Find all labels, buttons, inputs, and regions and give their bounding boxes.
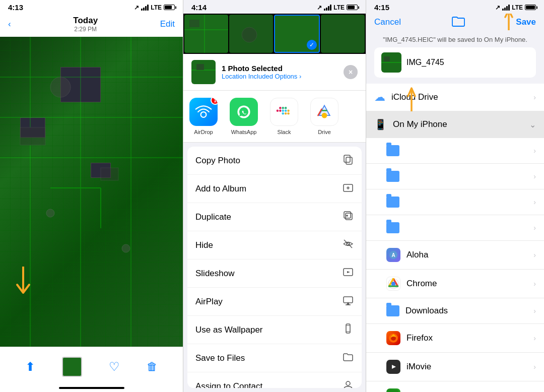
back-button-p1[interactable]: ‹ <box>8 19 11 29</box>
aloha-icon-svg: A <box>389 250 398 259</box>
app-whatsapp[interactable]: WhatsApp <box>224 98 264 135</box>
action-airplay[interactable]: AirPlay <box>187 288 362 316</box>
imovie-label: iMovie <box>406 362 527 372</box>
loc-firefox[interactable]: Firefox › <box>366 324 544 353</box>
app-slack[interactable]: Slack <box>264 98 304 135</box>
loc-downloads[interactable]: Downloads › <box>366 298 544 324</box>
battery-p2 <box>347 5 358 10</box>
bottom-bar-p1: ⬆ ♡ 🗑 <box>0 347 183 392</box>
chevron-right-imovie: › <box>533 363 536 371</box>
numbers-icon <box>386 388 400 392</box>
time-p1: 4:13 <box>8 3 23 12</box>
options-link[interactable]: Options › <box>275 73 302 80</box>
nav-bar-p1: ‹ Today 2:29 PM Edit <box>0 14 183 37</box>
folder-icon-2 <box>386 171 399 182</box>
photo-strip: ✓ <box>183 14 366 54</box>
loc-icloud-drive[interactable]: ☁ iCloud Drive › <box>366 84 544 111</box>
chevron-right-icon: › <box>533 93 536 101</box>
action-duplicate[interactable]: Duplicate <box>187 203 362 231</box>
slideshow-label: Slideshow <box>195 269 235 279</box>
app-airdrop[interactable]: 1 AirDrop <box>183 98 224 135</box>
loc-imovie[interactable]: iMovie › <box>366 353 544 381</box>
file-name-text: IMG_4745 <box>406 58 444 67</box>
chevron-right-firefox: › <box>533 334 536 342</box>
chevron-right-f4: › <box>533 224 536 232</box>
duplicate-icon <box>343 210 354 224</box>
imovie-icon-svg <box>388 361 399 372</box>
lte-label-p2: LTE <box>333 4 345 11</box>
iphone-arrow-annotation <box>406 84 417 113</box>
svg-point-17 <box>242 27 257 42</box>
app-drive[interactable]: Drive <box>304 98 345 135</box>
like-button-p1[interactable]: ♡ <box>109 360 120 374</box>
files-nav: Cancel Save <box>366 14 544 34</box>
location-icon-p3: ↗ <box>495 4 500 11</box>
chevron-right-downloads: › <box>533 307 536 315</box>
chevron-right-aloha: › <box>533 251 536 259</box>
imovie-icon <box>386 360 400 374</box>
loc-on-my-iphone[interactable]: 📱 On My iPhone ⌄ <box>366 111 544 138</box>
action-save-to-files[interactable]: Save to Files <box>187 344 362 372</box>
expand-chevron: ⌄ <box>529 120 536 129</box>
location-included-text: Location Included <box>222 73 273 80</box>
file-name-area[interactable]: IMG_4745 <box>374 47 536 78</box>
location-icon-p1: ↗ <box>134 4 139 11</box>
loc-folder-4[interactable]: › <box>366 215 544 241</box>
drive-svg <box>315 103 333 121</box>
app-row: 1 AirDrop WhatsApp <box>183 91 366 143</box>
status-icons-p2: ↗ LTE <box>317 4 358 11</box>
svg-point-12 <box>122 244 130 252</box>
strip-circuit-2 <box>229 15 273 53</box>
loc-folder-3[interactable]: › <box>366 189 544 215</box>
lte-label-p1: LTE <box>151 4 162 11</box>
svg-marker-51 <box>347 302 350 305</box>
phone-icon: 📱 <box>374 118 387 130</box>
lte-label-p3: LTE <box>512 4 523 11</box>
strip-photo-2 <box>229 15 273 53</box>
file-thumb-svg <box>381 52 401 73</box>
cancel-button[interactable]: Cancel <box>374 17 401 27</box>
loc-chrome[interactable]: Chrome › <box>366 270 544 298</box>
svg-rect-27 <box>282 112 285 115</box>
on-my-iphone-label: On My iPhone <box>393 119 523 129</box>
edit-button-p1[interactable]: Edit <box>160 19 175 29</box>
whatsapp-svg <box>235 103 253 121</box>
save-button[interactable]: Save <box>516 17 536 27</box>
slack-svg <box>275 103 293 121</box>
firefox-icon <box>386 331 400 345</box>
loc-numbers[interactable]: Numbers › <box>366 381 544 392</box>
svg-point-6 <box>50 77 71 97</box>
chevron-right-f2: › <box>533 172 536 180</box>
share-button-p1[interactable]: ⬆ <box>25 360 35 374</box>
chrome-icon-svg <box>388 278 399 289</box>
status-bar-p3: 4:15 ↗ LTE <box>366 0 544 14</box>
share-thumb-svg <box>191 60 216 84</box>
chevron-right-f1: › <box>533 147 536 155</box>
loc-folder-2[interactable]: › <box>366 164 544 189</box>
icloud-icon: ☁ <box>374 91 385 104</box>
loc-aloha[interactable]: A Aloha › <box>366 241 544 270</box>
action-slideshow[interactable]: Slideshow <box>187 259 362 288</box>
action-assign-to-contact[interactable]: Assign to Contact <box>187 372 362 388</box>
save-to-files-icon <box>343 351 354 365</box>
circuit-lines-svg <box>0 37 183 347</box>
share-info: 1 Photo Selected Location Included Optio… <box>222 64 337 80</box>
time-p2: 4:14 <box>191 3 207 12</box>
downloads-folder-icon <box>386 305 399 316</box>
svg-rect-31 <box>282 107 285 109</box>
share-thumb <box>191 60 216 84</box>
action-hide[interactable]: Hide <box>187 231 362 259</box>
svg-rect-75 <box>388 390 399 392</box>
duplicate-icon-svg <box>343 210 354 221</box>
action-copy-photo[interactable]: Copy Photo <box>187 147 362 175</box>
delete-button-p1[interactable]: 🗑 <box>147 360 158 373</box>
save-to-files-label: Save to Files <box>195 353 245 363</box>
close-share-button[interactable]: × <box>344 65 358 79</box>
svg-rect-23 <box>279 107 282 109</box>
strip-photo-4 <box>321 15 365 53</box>
airplay-label: AirPlay <box>195 297 223 307</box>
action-add-to-album[interactable]: Add to Album <box>187 175 362 203</box>
loc-folder-1[interactable]: › <box>366 138 544 164</box>
action-use-as-wallpaper[interactable]: Use as Wallpaper <box>187 316 362 344</box>
strip-photo-3: ✓ <box>274 15 320 53</box>
